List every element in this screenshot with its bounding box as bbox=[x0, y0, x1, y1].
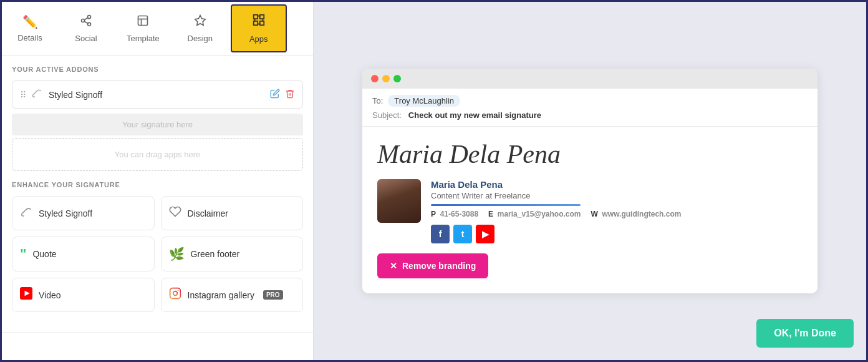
addon-actions bbox=[270, 89, 295, 101]
subject-text: Check out my new email signature bbox=[408, 110, 541, 120]
green-footer-card-icon: 🌿 bbox=[169, 247, 185, 262]
sig-socials: f t ▶ bbox=[431, 225, 803, 243]
share-icon bbox=[80, 14, 92, 30]
design-icon bbox=[194, 14, 206, 30]
email-value: maria_v15@yahoo.com bbox=[498, 210, 581, 218]
nav-label-template: Template bbox=[127, 34, 160, 43]
enhance-card-video[interactable]: Video bbox=[12, 278, 155, 312]
addon-name-label: Styled Signoff bbox=[49, 90, 270, 100]
email-preview-window: To: Troy McLaughlin Subject: Check out m… bbox=[362, 69, 817, 293]
signature-info: Maria Dela Pena Content Writer at Freela… bbox=[377, 179, 803, 243]
phone-contact: P 41-65-3088 bbox=[431, 210, 478, 218]
drag-apps-placeholder: You can drag apps here bbox=[12, 138, 303, 171]
email-contact: E maria_v15@yahoo.com bbox=[488, 210, 581, 218]
phone-label: P bbox=[431, 210, 436, 218]
quote-card-icon: " bbox=[20, 246, 26, 262]
remove-branding-x-icon: ✕ bbox=[390, 261, 397, 271]
avatar bbox=[377, 179, 421, 223]
web-value: www.guidingtech.com bbox=[602, 210, 682, 218]
pro-badge: PRO bbox=[263, 290, 283, 300]
sig-contacts: P 41-65-3088 E maria_v15@yahoo.com W www… bbox=[431, 210, 803, 218]
template-icon bbox=[137, 14, 149, 30]
email-titlebar bbox=[362, 69, 817, 89]
active-addons-title: YOUR ACTIVE ADDONS bbox=[12, 66, 303, 73]
disclaimer-card-icon bbox=[169, 205, 181, 221]
svg-rect-5 bbox=[138, 16, 148, 25]
sig-fullname: Maria Dela Pena bbox=[431, 179, 803, 190]
sig-title: Content Writer at Freelance bbox=[431, 191, 803, 200]
titlebar-minimize-dot bbox=[382, 75, 390, 82]
svg-rect-9 bbox=[260, 15, 264, 19]
quote-card-label: Quote bbox=[32, 249, 56, 259]
twitter-social-btn[interactable]: t bbox=[453, 225, 472, 243]
addon-styled-signoff: ⠿ Styled Signoff bbox=[12, 81, 303, 109]
drag-handle-icon: ⠿ bbox=[20, 90, 26, 100]
bottom-bar bbox=[2, 332, 313, 360]
left-panel: ✏️ Details Social Template bbox=[2, 2, 314, 360]
left-content: YOUR ACTIVE ADDONS ⠿ Styled Signoff bbox=[2, 56, 313, 332]
svg-point-2 bbox=[88, 22, 91, 26]
avatar-image bbox=[377, 179, 421, 223]
ok-done-button[interactable]: OK, I'm Done bbox=[756, 319, 854, 348]
email-subject-line: Subject: Check out my new email signatur… bbox=[372, 110, 808, 120]
to-label: To: bbox=[372, 96, 383, 105]
nav-label-design: Design bbox=[188, 34, 213, 43]
enhance-card-disclaimer[interactable]: Disclaimer bbox=[161, 196, 304, 230]
nav-item-template[interactable]: Template bbox=[114, 2, 172, 55]
addon-edit-button[interactable] bbox=[270, 89, 280, 101]
svg-point-19 bbox=[173, 291, 177, 296]
video-card-icon bbox=[20, 287, 32, 303]
svg-rect-11 bbox=[260, 21, 264, 25]
nav-item-design[interactable]: Design bbox=[172, 2, 228, 55]
pencil-icon: ✏️ bbox=[22, 14, 38, 29]
signature-placeholder: Your signature here bbox=[12, 114, 303, 135]
disclaimer-card-label: Disclaimer bbox=[188, 208, 228, 218]
svg-point-1 bbox=[82, 19, 85, 22]
ok-done-label: OK, I'm Done bbox=[774, 328, 836, 338]
main-layout: ✏️ Details Social Template bbox=[2, 2, 866, 360]
svg-point-0 bbox=[88, 15, 91, 18]
enhance-section-title: ENHANCE YOUR SIGNATURE bbox=[12, 181, 303, 188]
instagram-card-icon bbox=[169, 287, 181, 303]
nav-label-apps: Apps bbox=[249, 34, 268, 44]
email-to-line: To: Troy McLaughlin bbox=[372, 95, 808, 107]
svg-rect-18 bbox=[170, 288, 180, 299]
addon-delete-button[interactable] bbox=[285, 89, 295, 101]
instagram-card-label: Instagram gallery bbox=[188, 290, 254, 300]
nav-item-social[interactable]: Social bbox=[58, 2, 114, 55]
nav-item-apps[interactable]: Apps bbox=[231, 4, 287, 52]
svg-point-20 bbox=[177, 290, 178, 291]
right-panel: To: Troy McLaughlin Subject: Check out m… bbox=[314, 2, 866, 360]
enhance-card-quote[interactable]: " Quote bbox=[12, 237, 155, 272]
video-card-label: Video bbox=[39, 290, 61, 300]
nav-label-social: Social bbox=[75, 34, 97, 43]
enhance-card-green-footer[interactable]: 🌿 Green footer bbox=[161, 237, 304, 272]
titlebar-maximize-dot bbox=[393, 75, 401, 82]
remove-branding-label: Remove branding bbox=[402, 261, 476, 271]
svg-rect-8 bbox=[254, 15, 258, 19]
email-body: Maria Dela Pena Maria Dela Pena Content … bbox=[362, 127, 817, 293]
svg-line-3 bbox=[84, 21, 88, 23]
apps-icon bbox=[252, 13, 266, 31]
youtube-social-btn[interactable]: ▶ bbox=[476, 225, 494, 243]
signoff-icon bbox=[31, 87, 42, 102]
facebook-social-btn[interactable]: f bbox=[431, 225, 450, 243]
nav-label-details: Details bbox=[17, 33, 42, 42]
to-contact-chip: Troy McLaughlin bbox=[388, 95, 460, 107]
top-nav: ✏️ Details Social Template bbox=[2, 2, 313, 56]
enhance-grid: Styled Signoff Disclaimer " Quote bbox=[12, 196, 303, 312]
green-footer-card-label: Green footer bbox=[191, 249, 240, 259]
phone-value: 41-65-3088 bbox=[440, 210, 478, 218]
web-label: W bbox=[591, 210, 598, 218]
svg-rect-10 bbox=[254, 21, 258, 25]
web-contact: W www.guidingtech.com bbox=[591, 210, 682, 218]
sig-divider bbox=[431, 204, 581, 206]
svg-line-4 bbox=[84, 17, 88, 19]
signature-details: Maria Dela Pena Content Writer at Freela… bbox=[431, 179, 803, 243]
remove-branding-button[interactable]: ✕ Remove branding bbox=[377, 253, 488, 278]
enhance-card-instagram[interactable]: Instagram gallery PRO bbox=[161, 278, 304, 312]
nav-item-details[interactable]: ✏️ Details bbox=[2, 2, 58, 55]
email-label: E bbox=[488, 210, 493, 218]
titlebar-close-dot bbox=[371, 75, 379, 82]
enhance-card-styled-signoff[interactable]: Styled Signoff bbox=[12, 196, 155, 230]
